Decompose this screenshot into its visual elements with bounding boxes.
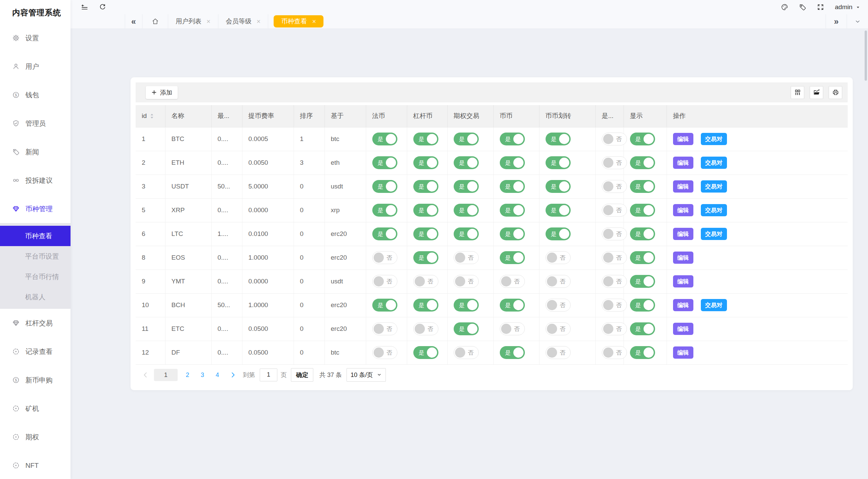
toggle-switch-off[interactable]: 否 [602, 156, 627, 169]
toggle-switch-on[interactable]: 是 [454, 227, 479, 240]
trading-pair-button[interactable]: 交易对 [701, 299, 727, 311]
sidebar-item-管理员[interactable]: 管理员 [0, 109, 71, 138]
toggle-switch-off[interactable]: 否 [546, 299, 571, 312]
sidebar-subitem-平台币行情[interactable]: 平台币行情 [0, 266, 71, 287]
page-number-1[interactable]: 1 [154, 369, 178, 381]
toggle-switch-on[interactable]: 是 [454, 299, 479, 312]
tab-币种查看[interactable]: 币种查看× [274, 15, 323, 27]
edit-button[interactable]: 编辑 [673, 204, 693, 216]
edit-button[interactable]: 编辑 [673, 157, 693, 169]
toggle-switch-off[interactable]: 否 [602, 322, 627, 335]
toggle-switch-on[interactable]: 是 [372, 227, 397, 240]
toggle-switch-off[interactable]: 否 [546, 322, 571, 335]
page-jump-input[interactable] [260, 368, 277, 381]
toggle-switch-on[interactable]: 是 [372, 299, 397, 312]
toggle-switch-on[interactable]: 是 [372, 204, 397, 217]
sidebar-item-矿机[interactable]: 矿机 [0, 394, 71, 423]
tabs-scroll-right-button[interactable]: » [826, 14, 847, 28]
toggle-switch-on[interactable]: 是 [500, 156, 525, 169]
toggle-switch-on[interactable]: 是 [454, 322, 479, 335]
toggle-switch-on[interactable]: 是 [372, 156, 397, 169]
toggle-switch-on[interactable]: 是 [500, 204, 525, 217]
toggle-switch-on[interactable]: 是 [630, 251, 655, 264]
toggle-switch-off[interactable]: 否 [602, 251, 627, 264]
edit-button[interactable]: 编辑 [673, 228, 693, 240]
close-icon[interactable]: × [206, 18, 211, 25]
page-size-select[interactable]: 10 条/页 [347, 368, 386, 382]
palette-icon[interactable] [781, 3, 788, 11]
trading-pair-button[interactable]: 交易对 [701, 228, 727, 240]
prev-page-icon[interactable] [142, 371, 149, 379]
edit-button[interactable]: 编辑 [673, 252, 693, 264]
export-button[interactable] [810, 86, 823, 99]
toggle-switch-on[interactable]: 是 [413, 251, 438, 264]
sidebar-item-杠杆交易[interactable]: 杠杆交易 [0, 309, 71, 337]
toggle-switch-on[interactable]: 是 [413, 299, 438, 312]
refresh-icon[interactable] [99, 3, 106, 11]
toggle-switch-off[interactable]: 否 [372, 346, 397, 359]
toggle-switch-on[interactable]: 是 [413, 133, 438, 145]
toggle-switch-off[interactable]: 否 [602, 299, 627, 312]
fullscreen-icon[interactable] [817, 3, 824, 11]
confirm-button[interactable]: 确定 [291, 368, 313, 382]
tabs-menu-button[interactable] [847, 14, 868, 28]
toggle-switch-on[interactable]: 是 [630, 204, 655, 217]
toggle-switch-off[interactable]: 否 [454, 251, 479, 264]
toggle-switch-on[interactable]: 是 [413, 180, 438, 193]
toggle-switch-on[interactable]: 是 [454, 156, 479, 169]
toggle-switch-off[interactable]: 否 [602, 133, 627, 145]
trading-pair-button[interactable]: 交易对 [701, 133, 727, 145]
edit-button[interactable]: 编辑 [673, 180, 693, 193]
toggle-switch-off[interactable]: 否 [602, 180, 627, 193]
toggle-switch-on[interactable]: 是 [546, 133, 571, 145]
toggle-switch-on[interactable]: 是 [500, 299, 525, 312]
toggle-switch-on[interactable]: 是 [413, 346, 438, 359]
tab-用户列表[interactable]: 用户列表× [168, 14, 218, 28]
toggle-switch-off[interactable]: 否 [454, 346, 479, 359]
close-icon[interactable]: × [257, 18, 261, 25]
toggle-switch-on[interactable]: 是 [630, 180, 655, 193]
toggle-switch-off[interactable]: 否 [372, 251, 397, 264]
sidebar-subitem-币种查看[interactable]: 币种查看 [0, 226, 71, 246]
sidebar-item-新闻[interactable]: 新闻 [0, 138, 71, 166]
sort-icon[interactable] [150, 113, 154, 119]
toggle-switch-on[interactable]: 是 [630, 275, 655, 288]
toggle-switch-off[interactable]: 否 [372, 275, 397, 288]
page-number-4[interactable]: 4 [212, 369, 222, 381]
toggle-switch-on[interactable]: 是 [630, 227, 655, 240]
user-menu[interactable]: admin [835, 3, 861, 11]
toggle-switch-on[interactable]: 是 [630, 156, 655, 169]
toggle-switch-off[interactable]: 否 [500, 275, 525, 288]
trading-pair-button[interactable]: 交易对 [701, 157, 727, 169]
sidebar-subitem-平台币设置[interactable]: 平台币设置 [0, 246, 71, 266]
add-button[interactable]: 添加 [146, 86, 178, 99]
home-tab-button[interactable] [142, 14, 168, 28]
toggle-switch-off[interactable]: 否 [546, 251, 571, 264]
toggle-switch-on[interactable]: 是 [372, 180, 397, 193]
toggle-switch-off[interactable]: 否 [413, 322, 438, 335]
sidebar-item-记录查看[interactable]: 记录查看 [0, 337, 71, 366]
toggle-switch-on[interactable]: 是 [413, 227, 438, 240]
print-button[interactable] [829, 86, 842, 99]
toggle-switch-on[interactable]: 是 [500, 133, 525, 145]
toggle-switch-off[interactable]: 否 [546, 346, 571, 359]
toggle-switch-off[interactable]: 否 [602, 204, 627, 217]
toggle-switch-on[interactable]: 是 [454, 204, 479, 217]
toggle-switch-on[interactable]: 是 [630, 322, 655, 335]
tag-icon[interactable] [799, 3, 806, 11]
toggle-switch-on[interactable]: 是 [413, 204, 438, 217]
edit-button[interactable]: 编辑 [673, 275, 693, 287]
collapse-menu-icon[interactable] [81, 3, 88, 11]
toggle-switch-off[interactable]: 否 [546, 275, 571, 288]
trading-pair-button[interactable]: 交易对 [701, 204, 727, 216]
next-page-icon[interactable] [229, 371, 237, 379]
toggle-switch-on[interactable]: 是 [500, 346, 525, 359]
page-number-2[interactable]: 2 [182, 369, 193, 381]
edit-button[interactable]: 编辑 [673, 323, 693, 335]
sidebar-subitem-机器人[interactable]: 机器人 [0, 287, 71, 307]
tab-会员等级[interactable]: 会员等级× [218, 14, 269, 28]
toggle-switch-off[interactable]: 否 [413, 275, 438, 288]
trading-pair-button[interactable]: 交易对 [701, 180, 727, 193]
toggle-switch-off[interactable]: 否 [602, 346, 627, 359]
toggle-switch-off[interactable]: 否 [602, 227, 627, 240]
